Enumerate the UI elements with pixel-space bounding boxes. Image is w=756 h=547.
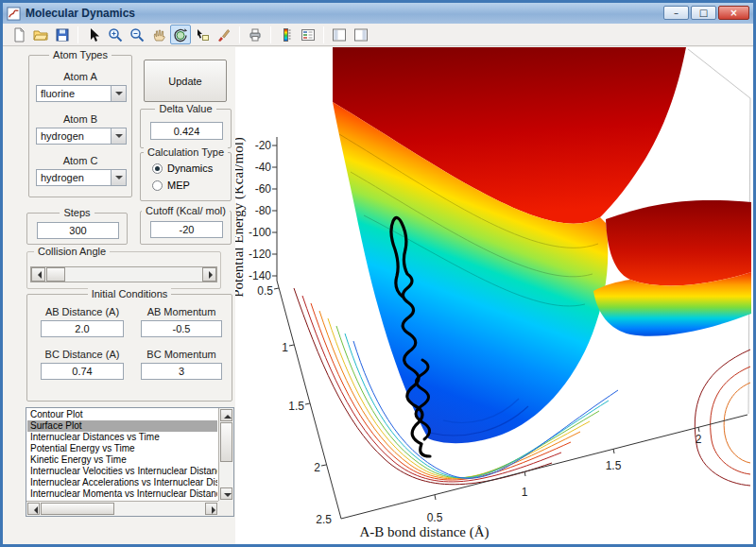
toolbar-separator [239, 26, 240, 43]
svg-text:1: 1 [282, 341, 288, 354]
atom-c-dropdown[interactable]: hydrogen [36, 169, 127, 186]
delta-value-panel: Delta Value [140, 109, 232, 148]
scroll-down-arrow[interactable] [220, 487, 232, 500]
list-item-selected[interactable]: Surface Plot [27, 420, 217, 432]
slider-right-arrow[interactable] [202, 267, 216, 282]
pointer-tool-button[interactable] [83, 25, 104, 44]
calculation-type-panel: Calculation Type Dynamics MEP [140, 152, 232, 201]
window-title: Molecular Dynamics [26, 7, 135, 20]
atom-c-label: Atom C [29, 155, 131, 166]
list-item[interactable]: Internuclear Momenta vs Internuclear Dis… [27, 488, 217, 500]
scrollbar-corner [218, 501, 233, 516]
z-axis-tick-labels: -20 -40 -60 -80 -100 -120 -140 [249, 139, 271, 282]
bc-distance-field[interactable] [41, 363, 124, 380]
open-file-button[interactable] [30, 25, 51, 44]
vscroll-thumb[interactable] [220, 422, 232, 462]
cutoff-field[interactable] [150, 221, 223, 238]
zoom-out-icon [129, 27, 145, 43]
hscroll-thumb[interactable] [41, 503, 114, 515]
colorbar-icon [279, 27, 294, 43]
svg-text:-20: -20 [255, 139, 272, 152]
insert-legend-button[interactable] [298, 25, 318, 44]
svg-text:-40: -40 [255, 161, 272, 174]
rotate-3d-icon [173, 27, 188, 43]
list-item[interactable]: Internuclear Velocities vs Internuclear … [27, 466, 217, 477]
pan-tool-button[interactable] [148, 25, 169, 44]
save-button[interactable] [52, 25, 73, 44]
minimize-button[interactable]: – [663, 6, 689, 20]
pes-3d-surface-plot[interactable]: -20 -40 -60 -80 -100 -120 -140 0.5 1 1.5… [235, 47, 753, 546]
dropdown-arrow-icon[interactable] [111, 128, 126, 144]
list-horizontal-scrollbar[interactable] [26, 501, 218, 516]
atom-a-dropdown[interactable]: fluorine [36, 85, 127, 102]
zoom-in-icon [108, 27, 123, 43]
slider-thumb[interactable] [46, 267, 65, 282]
atom-b-dropdown[interactable]: hydrogen [36, 128, 127, 145]
list-item[interactable]: Internuclear Accelerations vs Internucle… [27, 477, 217, 488]
svg-text:0.5: 0.5 [257, 284, 273, 298]
scroll-right-arrow[interactable] [205, 503, 217, 515]
cutoff-title: Cutoff (Kcal/ mol) [142, 205, 230, 216]
list-item[interactable]: Contour Plot [27, 409, 217, 420]
bc-momentum-field[interactable] [141, 363, 222, 380]
svg-text:0.5: 0.5 [427, 511, 443, 524]
insert-colorbar-button[interactable] [276, 25, 297, 44]
radio-dot-icon [152, 163, 163, 174]
dropdown-arrow-icon[interactable] [111, 86, 126, 101]
close-button[interactable]: × [718, 6, 749, 20]
scroll-left-arrow[interactable] [27, 503, 40, 515]
update-button[interactable]: Update [144, 60, 227, 102]
zoom-in-button[interactable] [105, 25, 126, 44]
plot-type-listbox[interactable]: Contour Plot Surface Plot Internuclear D… [26, 407, 234, 517]
svg-text:2: 2 [696, 433, 702, 446]
list-item[interactable]: Kinetic Energy vs Time [27, 454, 217, 466]
steps-field[interactable] [37, 222, 119, 239]
toolbar-separator [77, 26, 78, 43]
steps-panel: Steps [26, 213, 128, 245]
radio-mep-label: MEP [167, 179, 190, 191]
radio-mep[interactable]: MEP [152, 179, 190, 191]
ab-distance-label: AB Distance (A) [37, 306, 128, 317]
show-plot-tools-button[interactable] [351, 25, 371, 44]
svg-text:1.5: 1.5 [288, 400, 304, 413]
pan-hand-icon [151, 27, 166, 43]
rotate-3d-button[interactable] [170, 25, 191, 44]
brush-tool-button[interactable] [214, 25, 234, 44]
dropdown-arrow-icon[interactable] [111, 170, 126, 185]
data-cursor-button[interactable] [192, 25, 213, 44]
atom-a-label: Atom A [29, 71, 131, 82]
collision-angle-slider[interactable] [30, 266, 217, 282]
floor-contours-right [695, 350, 750, 486]
delta-value-field[interactable] [150, 122, 223, 140]
hide-plot-tools-button[interactable] [329, 25, 350, 44]
initial-conditions-title: Initial Conditions [88, 288, 172, 299]
list-item[interactable]: Internuclear Distances vs Time [27, 432, 217, 443]
print-button[interactable] [245, 25, 266, 44]
window-icon [7, 7, 21, 21]
bc-momentum-label: BC Momentum [139, 349, 224, 360]
radio-dynamics[interactable]: Dynamics [152, 162, 213, 174]
maximize-button[interactable]: □ [691, 6, 716, 20]
figure-toolbar [3, 24, 753, 46]
svg-text:2.5: 2.5 [316, 513, 332, 526]
legend-icon [301, 27, 316, 43]
slider-left-arrow[interactable] [31, 267, 45, 282]
ab-momentum-field[interactable] [141, 320, 222, 337]
new-figure-button[interactable] [9, 25, 29, 44]
radio-dynamics-label: Dynamics [167, 162, 213, 174]
scroll-up-arrow[interactable] [220, 409, 232, 421]
zoom-out-button[interactable] [127, 25, 147, 44]
print-icon [248, 27, 263, 43]
bc-distance-label: BC Distance (A) [37, 349, 128, 360]
title-bar[interactable]: Molecular Dynamics – □ × [3, 3, 753, 24]
atom-b-label: Atom B [29, 113, 131, 125]
ab-axis-tick-labels: 0.5 1 1.5 2 2.5 [257, 284, 332, 526]
collision-angle-title: Collision Angle [34, 246, 110, 257]
list-vertical-scrollbar[interactable] [218, 408, 233, 501]
toolbar-separator [323, 26, 324, 43]
list-item[interactable]: Potential Energy vs Time [27, 443, 217, 454]
ab-distance-field[interactable] [41, 320, 124, 337]
y-axis-label: Potential Energy (Kcal/mol) [235, 137, 247, 298]
initial-conditions-panel: Initial Conditions AB Distance (A) AB Mo… [26, 294, 232, 402]
cutoff-panel: Cutoff (Kcal/ mol) [140, 211, 232, 245]
